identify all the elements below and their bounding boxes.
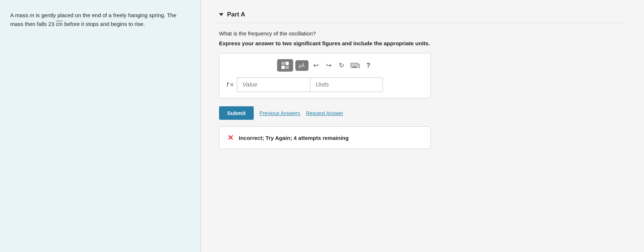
instruction-text: Express your answer to two significant f… [219,40,626,46]
request-answer-button[interactable]: Request Answer [306,110,343,116]
undo-button[interactable]: ↩ [311,60,321,71]
keyboard-button[interactable]: ] [349,61,362,70]
answer-box: μÅ ↩ ↪ ↻ ] [219,53,431,98]
unit-symbol-button[interactable]: μÅ [295,60,308,71]
part-title: Part A [227,11,245,18]
svg-rect-2 [353,64,353,65]
submit-button[interactable]: Submit [219,106,254,120]
collapse-icon[interactable] [219,13,223,16]
grid-icon [281,62,289,69]
right-panel: Part A What is the frequency of the osci… [201,0,644,252]
svg-rect-11 [352,66,357,67]
svg-rect-10 [357,65,357,66]
feedback-text: Incorrect; Try Again; 4 attempts remaini… [239,135,349,141]
redo-button[interactable]: ↪ [323,60,334,71]
keyboard-bracket: ] [359,63,360,68]
svg-rect-8 [354,65,355,66]
f-label: f = [227,81,233,88]
problem-text: A mass m is gently placed on the end of … [10,11,190,28]
toolbar: μÅ ↩ ↪ ↻ ] [227,59,423,72]
action-row: Submit Previous Answers Request Answer [219,106,626,120]
feedback-box: ✕ Incorrect; Try Again; 4 attempts remai… [219,126,431,149]
value-input[interactable] [237,77,310,92]
question-text: What is the frequency of the oscillation… [219,30,626,37]
keyboard-icon [350,63,359,68]
svg-rect-1 [352,64,352,65]
input-row: f = [227,77,423,92]
left-panel: A mass m is gently placed on the end of … [0,0,201,252]
svg-rect-7 [353,65,353,66]
svg-rect-6 [352,65,352,66]
help-button[interactable]: ? [364,60,373,71]
refresh-button[interactable]: ↻ [336,60,347,71]
units-input[interactable] [310,77,383,92]
part-header: Part A [219,11,626,23]
matrix-icon-button[interactable] [277,59,293,72]
svg-rect-3 [354,64,355,65]
svg-rect-4 [355,64,356,65]
svg-rect-5 [357,64,357,65]
svg-rect-9 [355,65,356,66]
incorrect-icon: ✕ [227,133,234,142]
previous-answers-button[interactable]: Previous Answers [260,110,300,116]
